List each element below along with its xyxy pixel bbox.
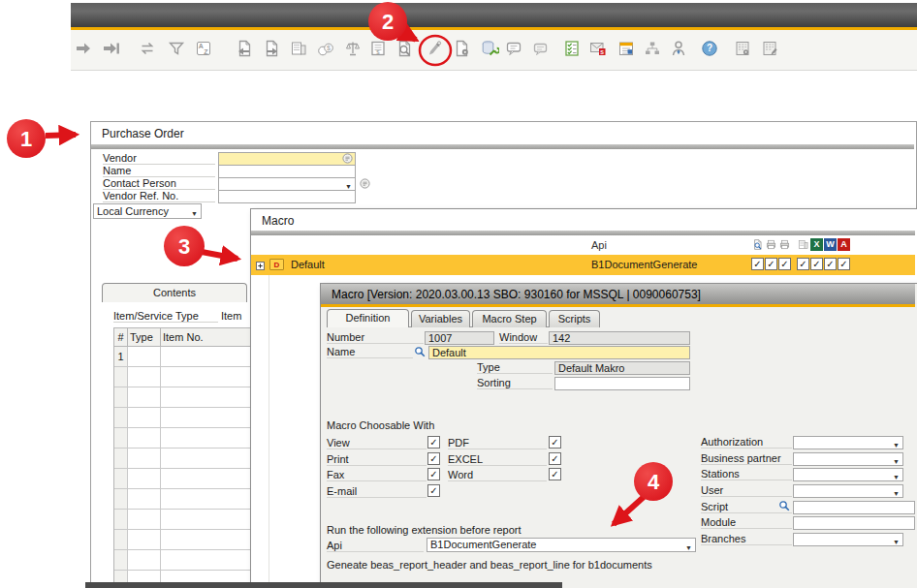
po-cell[interactable] — [161, 469, 251, 489]
sorting-input[interactable] — [554, 377, 690, 390]
checkbox-fax[interactable] — [427, 468, 440, 480]
document-settings-icon[interactable] — [452, 39, 471, 58]
po-cell[interactable] — [114, 489, 128, 510]
company-settings-icon[interactable] — [733, 39, 752, 58]
po-cell[interactable] — [161, 408, 251, 428]
copy-to-icon[interactable] — [262, 39, 281, 58]
payment-wizard-icon[interactable] — [289, 39, 308, 58]
currency-select[interactable]: Local Currency — [93, 203, 202, 219]
checkbox-excel[interactable] — [549, 452, 561, 465]
choose-from-list-icon[interactable] — [360, 178, 370, 189]
output-checkbox-contact[interactable] — [797, 258, 809, 270]
po-cell[interactable] — [128, 408, 161, 428]
po-cell[interactable] — [128, 449, 161, 469]
query-icon[interactable] — [395, 39, 414, 58]
po-cell[interactable] — [114, 550, 128, 571]
output-checkbox-print[interactable] — [765, 258, 777, 270]
script-input[interactable] — [793, 501, 915, 514]
po-cell[interactable] — [161, 428, 251, 449]
checkbox-word[interactable] — [549, 468, 561, 480]
company-edit-icon[interactable] — [760, 39, 779, 58]
po-cell[interactable] — [114, 449, 128, 469]
po-cell[interactable] — [161, 449, 251, 469]
remarks-icon[interactable] — [504, 39, 523, 58]
po-cell[interactable] — [128, 510, 161, 530]
vendor-ref-input[interactable] — [218, 190, 356, 203]
po-cell[interactable] — [114, 510, 128, 530]
tab-definition[interactable]: Definition — [327, 309, 409, 327]
output-checkbox-word[interactable] — [824, 258, 837, 270]
journal-icon[interactable] — [368, 39, 388, 58]
checkbox-print[interactable] — [427, 452, 440, 465]
po-cell[interactable] — [161, 489, 251, 510]
choose-from-list-icon[interactable] — [342, 153, 353, 164]
output-checkbox-excel[interactable] — [810, 258, 823, 270]
business-partner-select[interactable] — [793, 452, 903, 466]
copy-from-icon[interactable] — [235, 39, 254, 58]
po-cell[interactable] — [161, 367, 251, 387]
po-cell[interactable]: 1 — [114, 347, 128, 367]
gross-profit-icon[interactable] — [343, 39, 363, 58]
tab-macro-step[interactable]: Macro Step — [472, 310, 547, 327]
macro-pen-icon[interactable] — [425, 39, 444, 58]
stations-select[interactable] — [793, 468, 903, 481]
macro-row-name[interactable]: Default — [291, 259, 325, 270]
po-cell[interactable] — [128, 367, 161, 387]
po-cell[interactable] — [114, 387, 128, 408]
module-input[interactable] — [793, 516, 915, 530]
sap-mail-icon[interactable] — [588, 39, 608, 58]
refresh-icon[interactable] — [138, 39, 157, 58]
output-checkbox-fax[interactable] — [778, 258, 791, 270]
branches-select[interactable] — [793, 533, 903, 546]
checklist-icon[interactable] — [562, 39, 582, 58]
item-service-type-value[interactable]: Item — [221, 310, 241, 322]
po-cell[interactable] — [161, 387, 251, 408]
macro-row-api[interactable]: B1DocumentGenerate — [591, 259, 697, 270]
next-record-icon[interactable] — [74, 39, 93, 58]
checkbox-e-mail[interactable] — [427, 484, 440, 497]
po-cell[interactable] — [161, 510, 251, 530]
output-checkbox-preview[interactable] — [751, 258, 764, 270]
po-cell[interactable] — [114, 428, 128, 449]
tab-contents[interactable]: Contents — [102, 283, 247, 302]
po-cell[interactable] — [128, 347, 161, 367]
output-checkbox-pdf[interactable] — [838, 258, 850, 270]
api-select[interactable]: B1DocumentGenerate — [427, 538, 696, 552]
po-cell[interactable] — [114, 469, 128, 489]
po-cell[interactable] — [114, 367, 128, 387]
po-cell[interactable] — [161, 347, 251, 367]
tree-expand-icon[interactable] — [256, 261, 265, 269]
script-lookup-icon[interactable] — [778, 500, 791, 512]
po-cell[interactable] — [161, 550, 251, 571]
name-lookup-icon[interactable] — [414, 346, 427, 358]
filter-icon[interactable] — [167, 39, 186, 58]
po-cell[interactable] — [161, 530, 251, 550]
add-remarks-icon[interactable] — [530, 39, 550, 58]
vendor-input[interactable] — [218, 152, 356, 166]
po-cell[interactable] — [128, 550, 161, 571]
schedule-icon[interactable] — [617, 39, 636, 58]
name-input[interactable] — [218, 165, 356, 178]
org-chart-icon[interactable] — [643, 39, 662, 58]
price-lists-icon[interactable] — [316, 39, 335, 58]
macro-name-input[interactable]: Default — [428, 346, 690, 359]
contact-person-select[interactable] — [218, 177, 356, 191]
checkbox-pdf[interactable] — [549, 436, 561, 449]
sort-az-icon[interactable] — [194, 39, 213, 58]
tab-scripts[interactable]: Scripts — [549, 310, 600, 327]
employee-icon[interactable] — [669, 39, 688, 58]
help-icon[interactable] — [700, 39, 719, 58]
po-cell[interactable] — [128, 469, 161, 489]
authorization-select[interactable] — [793, 436, 903, 449]
database-tools-icon[interactable] — [480, 39, 499, 58]
po-cell[interactable] — [128, 489, 161, 510]
last-record-icon[interactable] — [102, 39, 121, 58]
user-select[interactable] — [793, 484, 903, 498]
po-cell[interactable] — [128, 530, 161, 550]
po-cell[interactable] — [114, 530, 128, 550]
checkbox-view[interactable] — [427, 436, 440, 449]
po-cell[interactable] — [128, 428, 161, 449]
po-cell[interactable] — [114, 408, 128, 428]
tab-variables[interactable]: Variables — [411, 310, 470, 327]
po-cell[interactable] — [128, 387, 161, 408]
